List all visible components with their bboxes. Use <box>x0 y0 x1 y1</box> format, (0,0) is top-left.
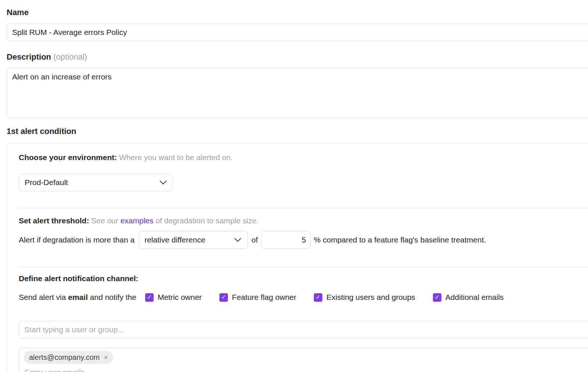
checkbox-existing-users-and-groups[interactable]: ✓ Existing users and groups <box>314 293 415 302</box>
threshold-hint-prefix: See our <box>91 216 118 225</box>
notify-sentence-suffix: and notify the <box>90 293 136 301</box>
user-group-input[interactable] <box>19 321 588 339</box>
checkbox-additional-emails[interactable]: ✓ Additional emails <box>433 293 504 302</box>
threshold-label: Set alert threshold: <box>19 216 89 225</box>
environment-row-label: Choose your environment: Where you want … <box>19 153 588 162</box>
checkbox-checked-icon: ✓ <box>314 293 322 302</box>
checkbox-label: Existing users and groups <box>326 293 415 302</box>
remove-email-icon[interactable]: × <box>104 354 108 361</box>
divider <box>19 267 588 268</box>
difference-type-select-value: relative difference <box>144 235 205 244</box>
threshold-row-label: Set alert threshold: See our examples of… <box>19 216 588 225</box>
description-label-text: Description <box>7 52 51 61</box>
checkbox-metric-owner[interactable]: ✓ Metric owner <box>145 293 202 302</box>
checkbox-label: Metric owner <box>158 293 202 302</box>
notify-sentence-email: email <box>68 293 88 301</box>
check-icon: ✓ <box>435 294 440 300</box>
email-input[interactable] <box>24 368 244 372</box>
of-label: of <box>251 235 258 244</box>
description-label: Description (optional) <box>7 52 588 62</box>
check-icon: ✓ <box>147 294 152 300</box>
description-optional-hint: (optional) <box>53 52 87 61</box>
name-label: Name <box>7 8 588 17</box>
threshold-sentence-row: Alert if degradation is more than a rela… <box>19 231 588 249</box>
notify-sentence-prefix: Send alert via <box>19 293 66 301</box>
notification-label: Define alert notification channel: <box>19 274 139 283</box>
notification-row-label: Define alert notification channel: <box>19 274 588 283</box>
chevron-down-icon <box>159 180 167 185</box>
checkbox-checked-icon: ✓ <box>145 293 154 302</box>
alert-policy-form: Name Description (optional) Alert on an … <box>0 0 588 372</box>
alert-condition-title: 1st alert condition <box>7 127 588 136</box>
email-tag: alerts@company.com × <box>24 351 113 364</box>
difference-type-select[interactable]: relative difference <box>139 231 248 249</box>
check-icon: ✓ <box>221 294 226 300</box>
checkbox-feature-flag-owner[interactable]: ✓ Feature flag owner <box>219 293 296 302</box>
notify-sentence: Send alert via email and notify the <box>19 293 136 302</box>
threshold-sentence-suffix: % compared to a feature flag's baseline … <box>314 235 486 244</box>
environment-select-value: Prod-Default <box>25 178 68 187</box>
alert-condition-panel: Choose your environment: Where you want … <box>7 143 588 372</box>
check-icon: ✓ <box>316 294 320 300</box>
examples-link[interactable]: examples <box>121 216 154 225</box>
additional-emails-box[interactable]: alerts@company.com × <box>19 348 588 372</box>
name-input[interactable] <box>7 24 588 41</box>
notification-channel-row: Send alert via email and notify the ✓ Me… <box>19 293 588 302</box>
chevron-down-icon <box>234 238 241 242</box>
checkbox-checked-icon: ✓ <box>219 293 228 302</box>
threshold-hint-suffix: of degradation to sample size. <box>155 216 258 225</box>
checkbox-label: Feature flag owner <box>232 293 296 302</box>
threshold-sentence-prefix: Alert if degradation is more than a <box>19 235 135 244</box>
divider <box>19 208 588 208</box>
environment-hint: Where you want to be alerted on. <box>119 153 233 162</box>
checkbox-checked-icon: ✓ <box>433 293 441 302</box>
environment-select[interactable]: Prod-Default <box>19 174 173 191</box>
threshold-value-input[interactable] <box>261 231 311 249</box>
checkbox-label: Additional emails <box>445 293 504 302</box>
email-tag-label: alerts@company.com <box>29 353 100 362</box>
environment-label: Choose your environment: <box>19 153 117 162</box>
description-textarea[interactable]: Alert on an increase of errors <box>7 68 588 118</box>
